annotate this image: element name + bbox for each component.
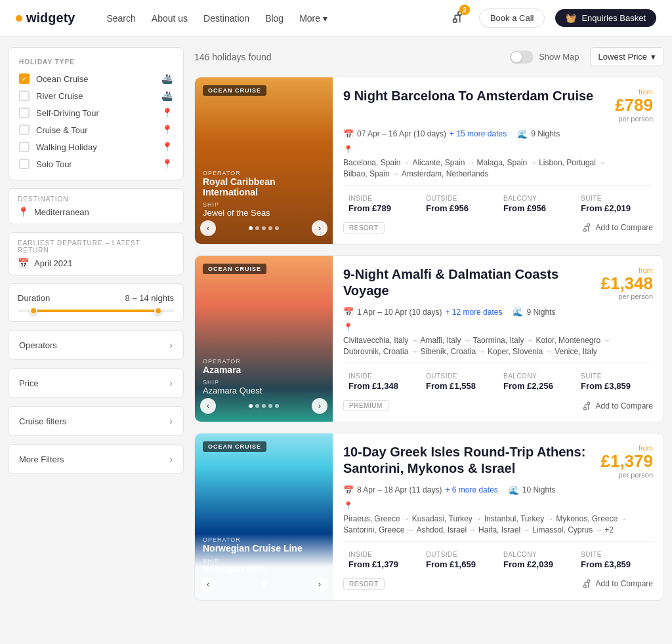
pricing-value-0: From £1,379	[348, 559, 415, 569]
toggle-knob	[511, 52, 522, 62]
carousel-next-btn[interactable]: ›	[312, 220, 327, 236]
compare-icon	[581, 578, 592, 589]
route-start: Piraeus, Greece	[343, 514, 400, 523]
price-amount: £1,379	[600, 452, 653, 471]
carousel-dot-3[interactable]	[268, 404, 272, 408]
book-call-button[interactable]: Book a Call	[479, 9, 545, 28]
nights-text: 9 Nights	[526, 308, 555, 317]
compare-badge: 2	[459, 5, 470, 15]
pricing-value-0: From £1,348	[348, 381, 415, 391]
pricing-value-1: From £1,558	[426, 381, 493, 391]
nav-more[interactable]: More ▾	[299, 13, 327, 24]
add-compare-btn-0[interactable]: Add to Compare	[581, 222, 653, 233]
carousel-dot-0[interactable]	[249, 226, 253, 230]
duration-slider-left[interactable]	[30, 307, 37, 315]
route-start: Bacelona, Spain	[343, 158, 400, 167]
holiday-type-icon-4: 📍	[161, 142, 173, 152]
carousel-prev-btn[interactable]: ‹	[200, 398, 216, 414]
pricing-col-1: OUTSIDE From £1,659	[421, 548, 498, 572]
pricing-col-0: INSIDE From £789	[343, 192, 421, 216]
carousel-prev-btn[interactable]: ‹	[200, 576, 216, 592]
card-meta-0: 📅 07 Apr – 16 Apr (10 days) + 15 more da…	[343, 129, 653, 139]
map-toggle-switch[interactable]	[510, 50, 534, 64]
calendar-icon: 📅	[343, 129, 354, 139]
pricing-value-2: From £2,039	[503, 559, 570, 569]
holiday-checkbox-0[interactable]	[19, 73, 30, 84]
card-route-0: 📍 Bacelona, Spain→Alicante, Spain→Malaga…	[343, 144, 653, 178]
nav-blog[interactable]: Blog	[265, 13, 284, 24]
nav-about[interactable]: About us	[152, 13, 188, 24]
carousel-dot-4[interactable]	[275, 404, 279, 408]
nav-destination[interactable]: Destination	[203, 13, 249, 24]
price-per-label: per person	[600, 292, 653, 300]
add-compare-btn-1[interactable]: Add to Compare	[581, 401, 653, 411]
pricing-col-1: OUTSIDE From £1,558	[421, 370, 498, 393]
holiday-checkbox-5[interactable]	[19, 159, 30, 169]
card-route-2: 📍 Piraeus, Greece→Kusadasi, Turkey→Insta…	[343, 500, 653, 534]
card-operator-info: OPERATOR Azamara SHIP Azamara Quest	[203, 358, 325, 395]
results-header: 146 holidays found Show Map Lowest Price…	[194, 47, 664, 66]
more-dates-link[interactable]: + 12 more dates	[445, 308, 502, 317]
duration-slider-right[interactable]	[154, 307, 162, 315]
route-stop: Haifa, Israel	[478, 525, 520, 534]
compare-button[interactable]: 2	[446, 6, 469, 30]
holiday-type-item-0[interactable]: Ocean Cruise 🚢	[19, 73, 173, 84]
holiday-type-item-4[interactable]: Walking Holiday 📍	[19, 142, 173, 152]
chevron-right-icon: ›	[169, 454, 173, 464]
carousel-next-btn[interactable]: ›	[312, 576, 327, 592]
holiday-checkbox-1[interactable]	[19, 91, 30, 101]
more-dates-link[interactable]: + 6 more dates	[445, 485, 497, 494]
pricing-label-1: OUTSIDE	[426, 195, 493, 202]
pricing-label-2: BALCONY	[503, 551, 570, 558]
cruise-card-0: OCEAN CRUISE OPERATOR Royal Caribbean In…	[194, 77, 664, 245]
card-operator-info: OPERATOR Royal Caribbean International S…	[203, 170, 325, 218]
pricing-value-2: From £2,256	[503, 381, 570, 391]
route-stop: Malaga, Spain	[476, 158, 527, 167]
sort-dropdown[interactable]: Lowest Price ▾	[590, 47, 664, 66]
more-filters[interactable]: More Filters ›	[8, 444, 184, 474]
more-dates-link[interactable]: + 15 more dates	[450, 129, 507, 138]
holiday-type-item-2[interactable]: Self-Driving Tour 📍	[19, 108, 173, 118]
operators-filter[interactable]: Operators ›	[8, 330, 184, 360]
pricing-label-1: OUTSIDE	[426, 372, 493, 380]
pricing-col-2: BALCONY From £2,256	[498, 370, 576, 393]
carousel-dot-0[interactable]	[262, 582, 266, 586]
card-tag-1: PREMIUM	[343, 400, 388, 411]
carousel-dot-0[interactable]	[249, 404, 253, 408]
date-filter[interactable]: EARLIEST DEPARTURE – LATEST RETURN 📅 Apr…	[8, 232, 184, 275]
nights-text: 10 Nights	[522, 485, 556, 494]
cruise-filters[interactable]: Cruise filters ›	[8, 406, 184, 436]
show-map-toggle[interactable]: Show Map	[510, 50, 579, 64]
holiday-checkbox-4[interactable]	[19, 142, 30, 152]
add-compare-btn-2[interactable]: Add to Compare	[581, 578, 653, 589]
price-from-label: from	[600, 266, 653, 274]
pricing-value-3: From £2,019	[581, 203, 648, 213]
price-filter[interactable]: Price ›	[8, 368, 184, 398]
carousel-dot-2[interactable]	[262, 226, 266, 230]
carousel-dot-4[interactable]	[275, 226, 279, 230]
route-stop: Alicante, Spain	[412, 158, 465, 167]
route-start: Civitavecchia, Italy	[343, 336, 408, 345]
holiday-type-item-5[interactable]: Solo Tour 📍	[19, 159, 173, 169]
carousel-dot-1[interactable]	[255, 226, 259, 230]
holiday-type-item-3[interactable]: Cruise & Tour 📍	[19, 125, 173, 135]
svg-point-0	[453, 19, 457, 23]
calendar-icon: 📅	[343, 485, 354, 495]
nav-search[interactable]: Search	[106, 13, 135, 24]
card-footer-2: RESORT Add to Compare	[343, 578, 653, 590]
card-nights: 🌊 9 Nights	[517, 129, 560, 139]
carousel-dot-1[interactable]	[255, 404, 259, 408]
holiday-checkbox-3[interactable]	[19, 125, 30, 135]
card-route-1: 📍 Civitavecchia, Italy→Amalfi, Italy→Tao…	[343, 322, 653, 356]
holiday-type-item-1[interactable]: River Cruise 🚢	[19, 91, 173, 101]
basket-button[interactable]: 🧺 Enquiries Basket	[555, 9, 656, 27]
pricing-col-3: SUITE From £3,859	[576, 370, 653, 393]
route-stop: Limassol, Cyprus	[532, 525, 593, 534]
carousel-prev-btn[interactable]: ‹	[200, 220, 216, 236]
carousel-dot-2[interactable]	[262, 404, 266, 408]
destination-filter[interactable]: DESTINATION 📍 Mediterranean	[8, 188, 184, 224]
carousel-next-btn[interactable]: ›	[312, 398, 327, 414]
route-stop: Kotor, Montenegro	[536, 336, 600, 345]
carousel-dot-3[interactable]	[268, 226, 272, 230]
holiday-checkbox-2[interactable]	[19, 108, 30, 118]
